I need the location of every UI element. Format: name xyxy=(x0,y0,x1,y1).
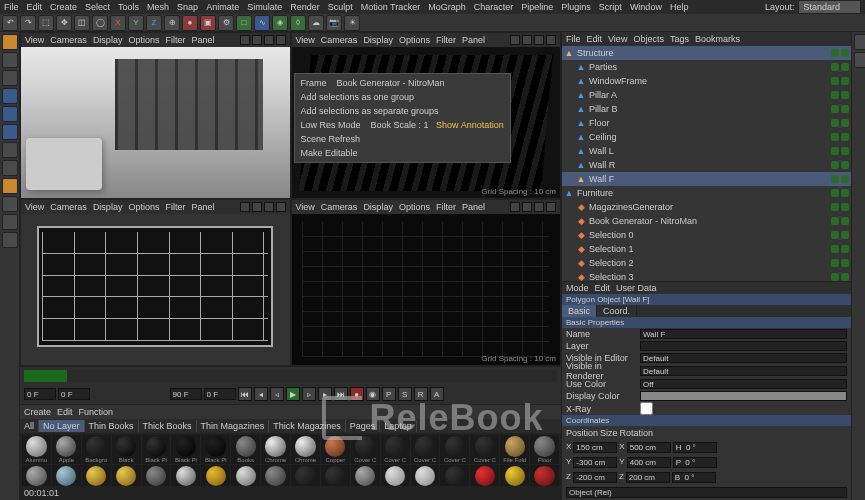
vp-menu-panel[interactable]: Panel xyxy=(462,35,485,45)
key-param-button[interactable]: A xyxy=(430,387,444,401)
vis-editor-dot[interactable] xyxy=(831,63,839,71)
axis-y-icon[interactable]: Y xyxy=(128,15,144,31)
object-node[interactable]: ▲Pillar B xyxy=(562,102,851,116)
vp-zoom-icon[interactable] xyxy=(252,202,262,212)
material-swatch[interactable]: Black Pl xyxy=(171,435,200,464)
vis-editor-dot[interactable] xyxy=(831,147,839,155)
vp-pan-icon[interactable] xyxy=(510,202,520,212)
texture-mode-button[interactable] xyxy=(2,142,18,158)
object-node[interactable]: ◆Selection 2 xyxy=(562,256,851,270)
material-swatch[interactable]: Plastic xyxy=(470,465,499,486)
menu-script[interactable]: Script xyxy=(599,2,622,12)
attr-xray-checkbox[interactable] xyxy=(640,402,653,415)
vis-render-dot[interactable] xyxy=(841,105,849,113)
vp-rotate-icon[interactable] xyxy=(534,202,544,212)
vis-editor-dot[interactable] xyxy=(831,49,839,57)
material-swatch[interactable]: Apple xyxy=(52,435,81,464)
vp-pan-icon[interactable] xyxy=(240,35,250,45)
primitive-cube-button[interactable]: □ xyxy=(236,15,252,31)
autokey-button[interactable]: ◉ xyxy=(366,387,380,401)
mat-menu-function[interactable]: Function xyxy=(79,407,114,417)
material-swatch[interactable]: GJI xyxy=(201,465,230,486)
light-button[interactable]: ☀ xyxy=(344,15,360,31)
om-menu-bookmarks[interactable]: Bookmarks xyxy=(695,34,740,44)
coord-sy-input[interactable] xyxy=(627,457,671,468)
material-swatch[interactable]: Aluminu xyxy=(22,435,51,464)
vp-zoom-icon[interactable] xyxy=(522,202,532,212)
object-node[interactable]: ▲Parties xyxy=(562,60,851,74)
material-swatch[interactable]: Paper xyxy=(381,465,410,486)
attr-dispcolor-swatch[interactable] xyxy=(640,391,847,401)
mat-cat[interactable]: Laptop xyxy=(380,420,417,432)
coord-sz-input[interactable] xyxy=(626,472,670,483)
vis-render-dot[interactable] xyxy=(841,49,849,57)
layout-selector[interactable]: Standard xyxy=(798,0,861,14)
material-swatch[interactable]: Floor xyxy=(530,435,559,464)
hud-line[interactable]: Make Editable xyxy=(297,146,508,160)
coord-rh-input[interactable] xyxy=(673,442,717,453)
menu-select[interactable]: Select xyxy=(85,2,110,12)
viewport-br[interactable]: ViewCamerasDisplayOptionsFilterPanel Fro… xyxy=(291,199,562,366)
snap-point-button[interactable] xyxy=(2,232,18,248)
object-node[interactable]: ◆Selection 0 xyxy=(562,228,851,242)
vp-menu-cameras[interactable]: Cameras xyxy=(321,202,358,212)
vp-max-icon[interactable] xyxy=(276,35,286,45)
axis-z-icon[interactable]: Z xyxy=(146,15,162,31)
vis-editor-dot[interactable] xyxy=(831,175,839,183)
material-swatch[interactable]: Cover C xyxy=(470,435,499,464)
coord-rp-input[interactable] xyxy=(673,457,717,468)
mat-menu-create[interactable]: Create xyxy=(24,407,51,417)
environment-button[interactable]: ☁ xyxy=(308,15,324,31)
select-tool[interactable]: ⬚ xyxy=(38,15,54,31)
coord-pz-input[interactable] xyxy=(573,472,617,483)
menu-render[interactable]: Render xyxy=(290,2,320,12)
vp-zoom-icon[interactable] xyxy=(252,35,262,45)
timeline-track[interactable] xyxy=(24,370,557,382)
vp-menu-options[interactable]: Options xyxy=(128,35,159,45)
vis-editor-dot[interactable] xyxy=(831,105,839,113)
mat-cat[interactable]: Thick Magazines xyxy=(269,420,346,432)
menu-pipeline[interactable]: Pipeline xyxy=(521,2,553,12)
material-swatch[interactable]: Black xyxy=(112,435,141,464)
material-swatch[interactable]: Lantern xyxy=(231,465,260,486)
material-swatch[interactable]: File Fold xyxy=(500,435,529,464)
menu-animate[interactable]: Animate xyxy=(206,2,239,12)
viewport-br-content[interactable]: Grid Spacing : 10 cm xyxy=(292,214,561,365)
object-tree[interactable]: ▲Structure▲Parties▲WindowFrame▲Pillar A▲… xyxy=(562,46,851,281)
object-node[interactable]: ▲Furniture xyxy=(562,186,851,200)
vis-render-dot[interactable] xyxy=(841,273,849,281)
vis-editor-dot[interactable] xyxy=(831,189,839,197)
object-node[interactable]: ◆Selection 3 xyxy=(562,270,851,281)
material-swatch[interactable]: Cover C xyxy=(381,435,410,464)
om-menu-file[interactable]: File xyxy=(566,34,581,44)
vp-max-icon[interactable] xyxy=(546,202,556,212)
material-swatch[interactable]: Gold 02 xyxy=(112,465,141,486)
vis-editor-dot[interactable] xyxy=(831,161,839,169)
am-menu-edit[interactable]: Edit xyxy=(595,283,611,293)
vp-menu-filter[interactable]: Filter xyxy=(165,202,185,212)
vp-menu-options[interactable]: Options xyxy=(399,35,430,45)
vp-rotate-icon[interactable] xyxy=(264,35,274,45)
deformer-button[interactable]: ◊ xyxy=(290,15,306,31)
material-swatch[interactable]: Black Pl xyxy=(142,435,171,464)
viewport-tr[interactable]: ViewCamerasDisplayOptionsFilterPanel Fro… xyxy=(291,32,562,199)
vp-menu-options[interactable]: Options xyxy=(399,202,430,212)
viewport-tr-content[interactable]: Frame Book Generator - NitroMan Add sele… xyxy=(292,47,561,198)
object-node[interactable]: ▲Wall L xyxy=(562,144,851,158)
vis-render-dot[interactable] xyxy=(841,147,849,155)
coord-rb-input[interactable] xyxy=(672,472,716,483)
material-swatch[interactable]: Lamp xyxy=(171,465,200,486)
vp-menu-view[interactable]: View xyxy=(296,202,315,212)
frame-start-input[interactable] xyxy=(24,388,56,400)
material-swatch[interactable]: Copper xyxy=(321,435,350,464)
generator-button[interactable]: ◈ xyxy=(272,15,288,31)
render-region-button[interactable]: ▣ xyxy=(200,15,216,31)
attr-vise-select[interactable] xyxy=(640,353,847,363)
attr-usecolor-select[interactable] xyxy=(640,379,847,389)
hud-line[interactable]: Book Scale : 1 xyxy=(371,120,429,130)
material-swatch[interactable]: Glass xyxy=(52,465,81,486)
om-menu-tags[interactable]: Tags xyxy=(670,34,689,44)
object-mode-button[interactable] xyxy=(2,52,18,68)
frame-current-input[interactable] xyxy=(58,388,90,400)
vp-menu-display[interactable]: Display xyxy=(93,202,123,212)
